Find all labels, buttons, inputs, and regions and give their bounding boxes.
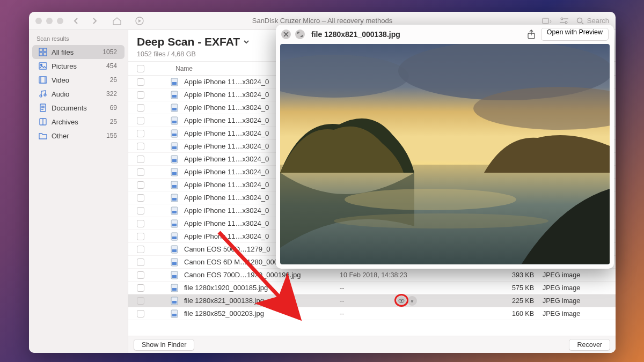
search-icon <box>576 17 584 25</box>
sidebar-item-label: Audio <box>52 90 69 98</box>
jpeg-file-icon <box>170 155 179 164</box>
sidebar-item-documents[interactable]: Documents69 <box>32 101 125 115</box>
file-row[interactable]: file 1280x1920_000185.jpg--575 KBJPEG im… <box>128 282 616 294</box>
svg-point-17 <box>40 95 42 97</box>
sidebar-item-video[interactable]: Video26 <box>32 73 125 87</box>
share-button[interactable] <box>527 29 536 39</box>
jpeg-file-icon <box>170 297 179 305</box>
row-checkbox[interactable] <box>137 78 144 86</box>
filter-button[interactable] <box>559 16 569 26</box>
minimize-window-button[interactable] <box>46 18 53 24</box>
home-button[interactable] <box>112 16 122 26</box>
back-button[interactable] <box>71 16 82 26</box>
row-checkbox[interactable] <box>137 271 144 279</box>
rescan-button[interactable] <box>134 16 145 26</box>
row-checkbox[interactable] <box>137 284 144 292</box>
show-in-finder-button[interactable]: Show in Finder <box>134 339 194 351</box>
row-checkbox[interactable] <box>137 181 144 189</box>
sidebar-item-count: 69 <box>110 104 117 112</box>
jpeg-file-icon <box>170 206 179 215</box>
sidebar-section-title: Scan results <box>29 33 128 45</box>
row-checkbox[interactable] <box>137 207 144 215</box>
file-row[interactable]: file 1280x821_000138.jpg#--225 KBJPEG im… <box>128 294 616 307</box>
jpeg-file-icon <box>170 91 179 99</box>
svg-rect-46 <box>172 211 177 213</box>
svg-rect-60 <box>172 301 177 304</box>
music-icon <box>39 90 47 98</box>
row-checkbox[interactable] <box>137 258 144 266</box>
chevron-down-icon[interactable] <box>243 39 250 45</box>
file-row[interactable]: file 1280x852_000203.jpg--160 KBJPEG ima… <box>128 307 616 320</box>
file-date: 10 Feb 2018, 14:38:23 <box>340 271 474 279</box>
svg-rect-50 <box>172 237 177 239</box>
row-checkbox[interactable] <box>137 246 144 253</box>
row-checkbox[interactable] <box>137 297 144 305</box>
jpeg-file-icon <box>170 232 179 241</box>
search-field[interactable]: Search <box>576 17 609 25</box>
sidebar-item-count: 322 <box>106 90 117 98</box>
svg-rect-8 <box>39 48 42 51</box>
row-checkbox[interactable] <box>137 130 144 137</box>
sidebar-item-all-files[interactable]: All files1052 <box>32 45 125 59</box>
sidebar-item-other[interactable]: Other156 <box>32 129 125 143</box>
row-checkbox[interactable] <box>137 168 144 176</box>
svg-point-13 <box>41 64 42 66</box>
search-placeholder: Search <box>587 17 609 25</box>
hex-view-button[interactable]: # <box>407 296 417 306</box>
recover-button[interactable]: Recover <box>569 339 610 351</box>
sidebar-item-audio[interactable]: Audio322 <box>32 87 125 101</box>
sidebar-item-pictures[interactable]: Pictures454 <box>32 59 125 73</box>
file-date: -- <box>340 310 474 317</box>
file-size: 575 KB <box>499 284 534 292</box>
row-checkbox[interactable] <box>137 91 144 99</box>
jpeg-file-icon <box>170 245 179 254</box>
file-kind: JPEG image <box>543 271 607 279</box>
doc-icon <box>39 104 47 112</box>
row-checkbox[interactable] <box>137 220 144 227</box>
svg-point-4 <box>565 21 567 24</box>
film-icon <box>39 76 47 84</box>
svg-rect-42 <box>172 185 177 188</box>
svg-rect-40 <box>172 172 177 175</box>
preview-close-button[interactable] <box>281 29 291 39</box>
row-checkbox[interactable] <box>137 194 144 202</box>
sidebar-item-label: All files <box>52 48 74 56</box>
image-icon <box>39 62 47 70</box>
forward-button[interactable] <box>89 16 100 26</box>
svg-rect-9 <box>43 48 47 51</box>
file-name: file 1280x1920_000185.jpg <box>184 284 334 292</box>
row-checkbox[interactable] <box>137 156 144 163</box>
sidebar-item-archives[interactable]: Archives25 <box>32 115 125 129</box>
svg-point-18 <box>44 94 46 96</box>
jpeg-file-icon <box>170 309 179 318</box>
svg-rect-11 <box>43 53 47 56</box>
svg-rect-1 <box>543 18 548 24</box>
sidebar-item-label: Pictures <box>52 62 77 70</box>
annotation-highlight-circle <box>394 294 408 307</box>
svg-rect-12 <box>39 63 47 69</box>
file-row[interactable]: Canon EOS 700D…1920_000196.jpg10 Feb 201… <box>128 269 616 282</box>
svg-rect-10 <box>39 53 42 56</box>
zoom-window-button[interactable] <box>57 18 63 24</box>
close-window-button[interactable] <box>35 18 42 24</box>
svg-rect-54 <box>172 262 177 265</box>
row-checkbox[interactable] <box>137 143 144 150</box>
svg-rect-34 <box>172 134 177 136</box>
file-kind: JPEG image <box>543 284 607 292</box>
results-title: Deep Scan - EXFAT <box>137 35 240 48</box>
file-size: 160 KB <box>499 310 534 317</box>
column-name[interactable]: Name <box>175 65 193 72</box>
archive-icon <box>39 117 47 126</box>
file-name: file 1280x852_000203.jpg <box>184 309 334 317</box>
row-checkbox[interactable] <box>137 310 144 317</box>
sidebar-item-count: 1052 <box>103 48 117 56</box>
row-checkbox[interactable] <box>137 117 144 124</box>
row-checkbox[interactable] <box>137 233 144 240</box>
view-options-button[interactable] <box>542 16 552 26</box>
svg-rect-56 <box>172 275 177 278</box>
preview-expand-button[interactable] <box>295 29 305 39</box>
row-checkbox[interactable] <box>137 104 144 112</box>
select-all-checkbox[interactable] <box>137 65 144 72</box>
open-with-preview-button[interactable]: Open with Preview <box>541 28 609 41</box>
traffic-lights <box>35 18 63 24</box>
